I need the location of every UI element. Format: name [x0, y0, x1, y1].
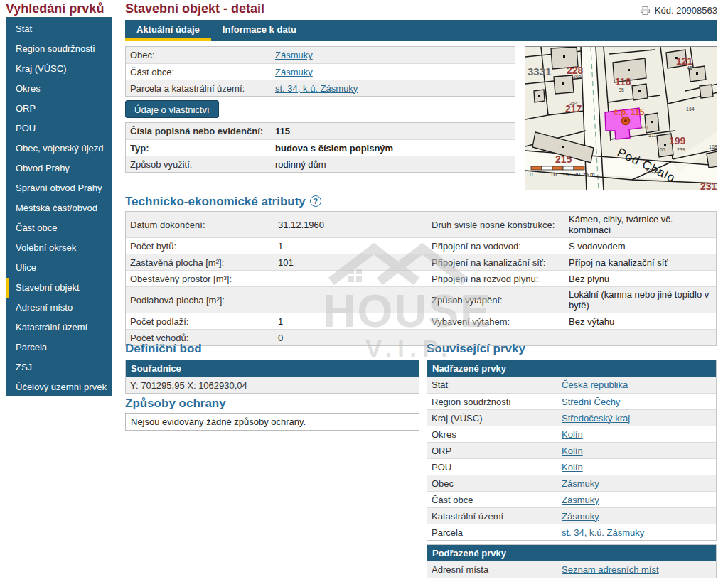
- sidebar-item[interactable]: Parcela: [6, 338, 112, 357]
- row-value-left: [275, 276, 427, 281]
- building-table: Čísla popisná nebo evidenční: 115 Typ: b…: [125, 122, 515, 173]
- row-label: Region soudržnosti: [427, 394, 559, 409]
- row-label-left: Obestavěný prostor [m³]:: [126, 271, 275, 286]
- row-value-link[interactable]: Zásmuky: [562, 511, 599, 522]
- table-row: Čísla popisná nebo evidenční: 115: [126, 123, 515, 139]
- sidebar-item[interactable]: Obvod Prahy: [6, 158, 112, 178]
- row-value-link[interactable]: Zásmuky: [562, 495, 599, 505]
- row-value-link[interactable]: Středočeský kraj: [562, 413, 630, 424]
- sidebar-item[interactable]: Stát: [6, 19, 112, 39]
- row-value-left: 0: [275, 330, 427, 345]
- row-label: Kraj (VÚSC): [427, 411, 559, 426]
- row-value-link[interactable]: Kolín: [562, 446, 583, 456]
- table-row: ORP Kolín: [427, 442, 716, 458]
- row-label-right: [427, 335, 566, 340]
- row-label-left: Počet bytů:: [126, 239, 275, 254]
- sidebar-item[interactable]: Katastrální území: [6, 318, 112, 338]
- map-parcel-label: 168: [709, 144, 717, 149]
- map-parcel-label: 931: [641, 125, 649, 130]
- sidebar-item[interactable]: Správní obvod Prahy: [6, 178, 112, 198]
- row-label: Typ:: [126, 141, 272, 156]
- ownership-data-button[interactable]: Údaje o vlastnictví: [125, 100, 219, 118]
- map-parcel-label: 502/54: [646, 168, 662, 173]
- sidebar-item[interactable]: Účelový územní prvek: [6, 377, 112, 397]
- sidebar-item[interactable]: Ulice: [6, 258, 112, 278]
- row-label-right: Způsob vytápění:: [427, 293, 566, 308]
- row-label-right: Druh svislé nosné konstrukce:: [427, 217, 566, 232]
- sidebar-item-label: POU: [16, 123, 36, 134]
- row-label-left: Datum dokončení:: [126, 217, 275, 232]
- sidebar-item[interactable]: Část obce: [6, 218, 112, 238]
- row-value-link[interactable]: Zásmuky: [562, 478, 599, 489]
- row-value-link[interactable]: Střední Čechy: [562, 397, 620, 407]
- table-row: POU Kolín: [427, 458, 716, 475]
- row-value-right: Bez výtahu: [566, 314, 716, 329]
- row-value-link[interactable]: Zásmuky: [275, 67, 313, 77]
- row-label-right: Připojení na rozvod plynu:: [427, 271, 566, 286]
- row-value-link[interactable]: st. 34, k.ú. Zásmuky: [562, 527, 644, 538]
- sidebar-item[interactable]: Okres: [6, 79, 112, 99]
- map-parcel-label: 3331: [528, 65, 551, 77]
- tab-bar: Aktuální údaje Informace k datu: [125, 20, 717, 41]
- row-value-link[interactable]: st. 34, k.ú. Zásmuky: [275, 83, 358, 94]
- row-value-left: 1: [275, 239, 427, 254]
- row-label: Obec: [427, 476, 559, 491]
- sidebar-item[interactable]: Volební okrsek: [6, 238, 112, 258]
- row-value-link[interactable]: Česká republika: [562, 379, 628, 390]
- sidebar-item[interactable]: Obec, vojenský újezd: [6, 139, 112, 158]
- table-row: Region soudržnosti Střední Čechy: [427, 393, 716, 409]
- row-value-link[interactable]: Kolín: [562, 429, 583, 440]
- tab-info-to-date[interactable]: Informace k datu: [211, 20, 308, 41]
- vdp-page: Vyhledání prvků Stavební objekt - detail…: [0, 0, 728, 587]
- table-row: Zastavěná plocha [m²]: 101 Připojení na …: [126, 254, 716, 270]
- printer-icon[interactable]: [641, 6, 650, 15]
- cadastral-map-image: č.p. 115 Pod Chalo 010152025 m 333122821…: [525, 47, 717, 190]
- sidebar-item-label: Katastrální území: [16, 322, 87, 333]
- sidebar-item-label: Adresní místo: [16, 302, 73, 313]
- sidebar-item[interactable]: ZSJ: [6, 357, 112, 377]
- sidebar-item-label: Správní obvod Prahy: [16, 183, 102, 193]
- table-row: Adresní místa Seznam adresních míst: [427, 561, 716, 578]
- sidebar-item[interactable]: Stavební objekt: [6, 278, 112, 298]
- table-row: Okres Kolín: [427, 426, 716, 442]
- map-parcel-label: 164: [686, 107, 695, 112]
- tab-current-data[interactable]: Aktuální údaje: [125, 20, 211, 41]
- cadastral-map-thumbnail[interactable]: č.p. 115 Pod Chalo 010152025 m 333122821…: [525, 46, 717, 190]
- related-title: Související prvky: [427, 342, 525, 356]
- row-value-right: Přípoj na kanalizační síť: [566, 255, 716, 270]
- row-value-left: 1: [275, 314, 427, 329]
- sidebar-item[interactable]: Region soudržnosti: [6, 39, 112, 59]
- row-value-link[interactable]: Zásmuky: [275, 50, 313, 60]
- table-row: Část obce: Zásmuky: [126, 63, 515, 80]
- sidebar-item-label: Kraj (VÚSC): [16, 63, 67, 74]
- sidebar-item[interactable]: ORP: [6, 99, 112, 119]
- sidebar-item-label: Volební okrsek: [16, 242, 76, 253]
- sidebar-item[interactable]: POU: [6, 119, 112, 139]
- parent-elements-table: Nadřazené prvky Stát Česká republika Reg…: [427, 360, 717, 541]
- sidebar-item[interactable]: Kraj (VÚSC): [6, 59, 112, 79]
- row-value-link[interactable]: Kolín: [562, 462, 583, 473]
- sidebar-item-label: Stavební objekt: [16, 282, 80, 293]
- tech-attributes-table: Datum dokončení: 31.12.1960 Druh svislé …: [125, 211, 717, 346]
- row-value-right: Bez plynu: [566, 271, 716, 286]
- map-parcel-label: 511: [648, 133, 656, 138]
- row-label: Katastrální území: [427, 509, 559, 524]
- sidebar-item-label: Parcela: [16, 342, 47, 352]
- help-icon[interactable]: ?: [310, 195, 321, 207]
- sidebar-item[interactable]: Městská část/obvod: [6, 198, 112, 218]
- protection-note: Nejsou evidovány žádné způsoby ochrany.: [125, 413, 419, 431]
- row-value-link[interactable]: Seznam adresních míst: [562, 564, 659, 575]
- map-parcel-label: 35: [619, 87, 624, 92]
- sidebar-item[interactable]: Adresní místo: [6, 298, 112, 318]
- sidebar-item-label: Stát: [16, 23, 32, 34]
- sidebar-item-label: Obec, vojenský újezd: [16, 143, 104, 154]
- row-label: ORP: [427, 443, 559, 458]
- map-parcel-label: 165: [657, 147, 665, 152]
- table-row: Počet vchodů: 0: [126, 329, 716, 345]
- row-value-right: Lokální (kamna nebo jiné topidlo v bytě): [566, 287, 716, 313]
- row-label: Obec:: [126, 48, 272, 63]
- row-label: POU: [427, 460, 559, 475]
- table-row: Parcela st. 34, k.ú. Zásmuky: [427, 524, 716, 540]
- sidebar-title: Vyhledání prvků: [6, 1, 104, 16]
- map-parcel-label: 231: [700, 181, 717, 190]
